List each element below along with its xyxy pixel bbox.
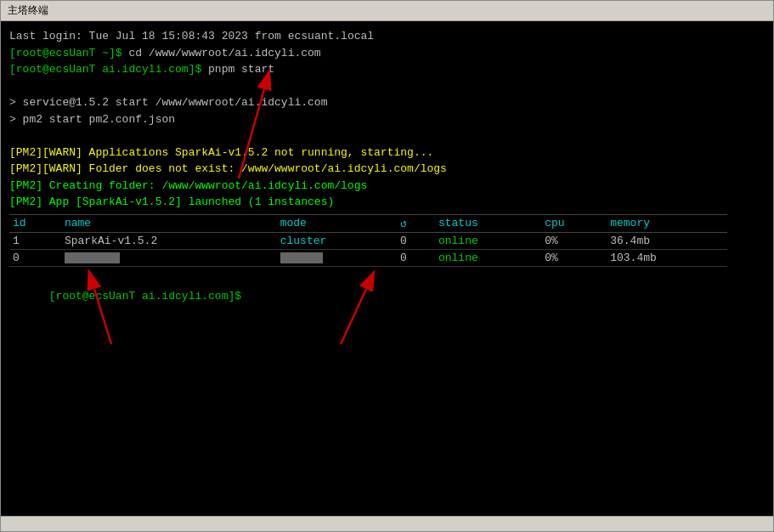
- terminal-line-2: [root@ecsUanT ~]$ cd /www/wwwroot/ai.idc…: [9, 45, 765, 62]
- col-id: id: [9, 214, 61, 232]
- cell-status: online: [435, 232, 541, 249]
- col-memory: memory: [607, 214, 726, 232]
- cell-status: online: [435, 249, 541, 266]
- terminal-line-7: [9, 127, 765, 144]
- cell-mode-blurred: [277, 249, 397, 266]
- titlebar: 主塔终端: [1, 1, 773, 21]
- terminal-line-4: [9, 78, 765, 95]
- col-status: status: [435, 214, 541, 232]
- cell-id: 1: [9, 232, 61, 249]
- terminal-line-6: > pm2 start pm2.conf.json: [9, 111, 765, 128]
- bottom-bar: [1, 516, 773, 531]
- pm2-table: id name mode ↺ status cpu memory 1 Spark…: [9, 214, 727, 267]
- cell-cpu: 0%: [541, 232, 607, 249]
- terminal-line-3: [root@ecsUanT ai.idcyli.com]$ pnpm start: [9, 61, 765, 78]
- terminal-line-10: [PM2] Creating folder: /www/wwwroot/ai.i…: [9, 178, 765, 195]
- cell-mode: cluster: [277, 232, 397, 249]
- table-row: 1 SparkAi-v1.5.2 cluster 0 online 0% 36.…: [9, 232, 727, 249]
- terminal-line-5: > service@1.5.2 start /www/wwwroot/ai.id…: [9, 94, 765, 111]
- cell-restarts: 0: [397, 249, 435, 266]
- terminal-body[interactable]: Last login: Tue Jul 18 15:08:43 2023 fro…: [1, 21, 773, 516]
- table-row: 0 0 online 0% 103.4mb: [9, 249, 727, 266]
- window-title: 主塔终端: [8, 3, 48, 18]
- main-window: 主塔终端 Last login: Tue Jul 18 15:08:43 202…: [0, 0, 774, 532]
- terminal-line-9: [PM2][WARN] Folder does not exist: /www/…: [9, 161, 765, 178]
- cell-name-blurred: [61, 249, 277, 266]
- terminal-line-11: [PM2] App [SparkAi-v1.5.2] launched (1 i…: [9, 194, 765, 211]
- terminal-line-8: [PM2][WARN] Applications SparkAi-v1.5.2 …: [9, 144, 765, 161]
- cell-name: SparkAi-v1.5.2: [61, 232, 277, 249]
- terminal-line-1: Last login: Tue Jul 18 15:08:43 2023 fro…: [9, 28, 765, 45]
- col-mode: mode: [277, 214, 397, 232]
- cell-memory: 103.4mb: [607, 249, 726, 266]
- terminal-line-prompt: [root@ecsUanT ai.idcyli.com]$: [9, 272, 765, 322]
- cell-cpu: 0%: [541, 249, 607, 266]
- col-name: name: [61, 214, 277, 232]
- cell-memory: 36.4mb: [607, 232, 726, 249]
- cell-id: 0: [9, 249, 61, 266]
- terminal-prompt: [root@ecsUanT ai.idcyli.com]$: [49, 290, 241, 303]
- col-cpu: cpu: [541, 214, 607, 232]
- cell-restarts: 0: [397, 232, 435, 249]
- col-restarts: ↺: [397, 214, 435, 232]
